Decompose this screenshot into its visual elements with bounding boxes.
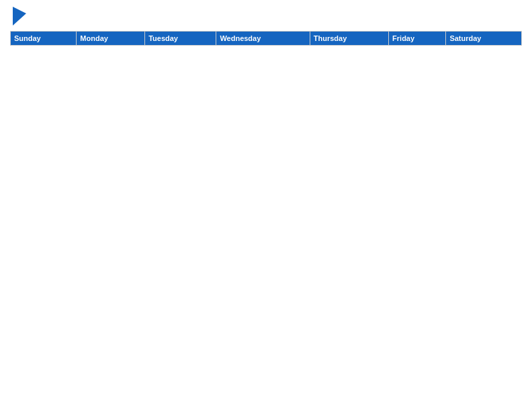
page-header: [10, 7, 522, 26]
calendar-table: SundayMondayTuesdayWednesdayThursdayFrid…: [10, 31, 522, 46]
weekday-header-row: SundayMondayTuesdayWednesdayThursdayFrid…: [11, 32, 522, 46]
weekday-header-wednesday: Wednesday: [216, 32, 310, 46]
logo-icon: [13, 7, 26, 26]
weekday-header-sunday: Sunday: [11, 32, 77, 46]
page-container: SundayMondayTuesdayWednesdayThursdayFrid…: [0, 0, 532, 52]
weekday-header-tuesday: Tuesday: [145, 32, 216, 46]
weekday-header-saturday: Saturday: [446, 32, 522, 46]
logo: [10, 7, 26, 26]
weekday-header-monday: Monday: [77, 32, 145, 46]
weekday-header-thursday: Thursday: [310, 32, 388, 46]
weekday-header-friday: Friday: [389, 32, 446, 46]
svg-marker-0: [13, 7, 26, 26]
